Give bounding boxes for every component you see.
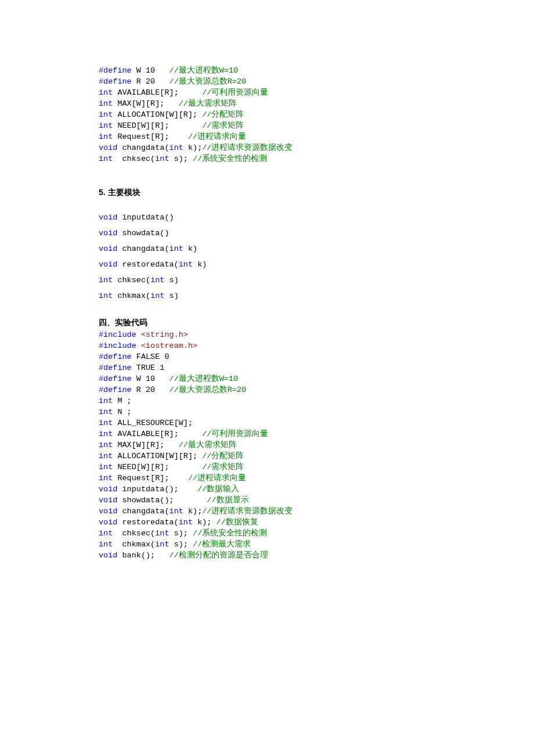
code-token: //进程请求向量 xyxy=(188,132,246,141)
code-token: FALSE 0 xyxy=(132,352,169,361)
code-token: changdata( xyxy=(117,143,169,152)
code-line: void inputdata(); //数据输入 xyxy=(99,484,447,495)
code-token: #define xyxy=(99,386,132,394)
code-token: ALLOCATION[W][R]; xyxy=(113,110,202,119)
code-line: int AVAILABLE[R]; //可利用资源向量 xyxy=(99,87,447,98)
code-token: k); xyxy=(193,518,217,527)
code-line: #define TRUE 1 xyxy=(99,362,447,373)
code-token: NEED[W][R]; xyxy=(113,121,202,130)
code-line: int chkmax(int s); //检测最大需求 xyxy=(99,539,447,550)
code-line: int chksec(int s) xyxy=(99,272,447,288)
code-token: void xyxy=(99,244,117,253)
code-line: int Request[R]; //进程请求向量 xyxy=(99,131,447,142)
code-token: //检测最大需求 xyxy=(193,540,251,549)
code-token: int xyxy=(155,540,169,549)
code-line: void showdata(); //数据显示 xyxy=(99,495,447,506)
code-token: int xyxy=(99,419,113,427)
code-token: int xyxy=(99,408,113,416)
code-line: int chksec(int s); //系统安全性的检测 xyxy=(99,153,447,164)
code-token: #define xyxy=(99,352,132,361)
code-token: //最大进程数W=10 xyxy=(169,375,239,383)
code-token: //可利用资源向量 xyxy=(202,430,268,438)
code-token: int xyxy=(155,154,169,163)
code-token: void xyxy=(99,496,117,505)
code-token: #define xyxy=(99,375,132,383)
code-token: //系统安全性的检测 xyxy=(193,529,267,538)
code-line: #define W 10 //最大进程数W=10 xyxy=(99,373,447,384)
code-token: //检测分配的资源是否合理 xyxy=(169,551,268,560)
code-token: restoredata( xyxy=(117,260,178,269)
code-token: bank(); xyxy=(117,551,169,560)
code-token: int xyxy=(99,540,113,549)
code-line: int N ; xyxy=(99,406,447,417)
code-line: void changdata(int k);//进程请求资源数据改变 xyxy=(99,142,447,153)
code-token: M ; xyxy=(113,397,131,405)
code-token: inputdata(); xyxy=(117,485,197,494)
code-line: int ALL_RESOURCE[W]; xyxy=(99,417,447,429)
code-line: #define W 10 //最大进程数W=10 xyxy=(99,65,447,76)
code-token: int xyxy=(99,291,113,300)
code-token: s); xyxy=(169,540,193,549)
code-token: //可利用资源向量 xyxy=(202,88,268,97)
code-block-1: #define W 10 //最大进程数W=10#define R 20 //最… xyxy=(99,65,447,164)
code-token: chksec( xyxy=(113,276,150,285)
code-token: <string.h> xyxy=(141,330,188,339)
code-token: chkmax( xyxy=(113,291,150,300)
code-token: #define xyxy=(99,363,132,372)
code-line: #include <string.h> xyxy=(99,329,447,340)
code-token: int xyxy=(169,507,183,516)
code-token: int xyxy=(99,110,113,119)
code-token: int xyxy=(99,121,113,130)
code-token: inputdata() xyxy=(117,213,174,222)
code-token: //系统安全性的检测 xyxy=(193,154,267,163)
code-token: #define xyxy=(99,66,132,75)
code-token: int xyxy=(99,154,113,163)
code-token: int xyxy=(179,260,193,269)
code-token: k); xyxy=(183,143,202,152)
code-token: int xyxy=(99,529,113,538)
code-line: #include <iostream.h> xyxy=(99,340,447,351)
code-token: ALL_RESOURCE[W]; xyxy=(113,419,193,427)
code-line: #define R 20 //最大资源总数R=20 xyxy=(99,384,447,395)
code-token: s) xyxy=(164,276,178,285)
code-token: void xyxy=(99,485,117,494)
code-token: //最大资源总数R=20 xyxy=(169,77,247,86)
code-token: //数据恢复 xyxy=(217,518,258,527)
code-token: //进程请求资源数据改变 xyxy=(202,507,293,516)
code-token: ALLOCATION[W][R]; xyxy=(113,452,202,460)
code-line: int Request[R]; //进程请求向量 xyxy=(99,473,447,484)
code-line: int MAX[W][R]; //最大需求矩阵 xyxy=(99,98,447,109)
code-line: void restoredata(int k); //数据恢复 xyxy=(99,517,447,528)
code-line: #define FALSE 0 xyxy=(99,351,447,362)
code-token: k) xyxy=(193,260,207,269)
section-heading-modules: 5. 主要模块 xyxy=(99,188,447,198)
code-line: void changdata(int k);//进程请求资源数据改变 xyxy=(99,506,447,517)
code-token: //分配矩阵 xyxy=(202,452,244,460)
code-token: int xyxy=(99,99,113,108)
code-token: //数据输入 xyxy=(197,485,239,494)
code-token: void xyxy=(99,507,117,516)
code-token: showdata() xyxy=(117,229,169,237)
code-token: int xyxy=(99,276,113,285)
code-token: //需求矩阵 xyxy=(202,463,244,471)
code-token xyxy=(136,330,141,339)
code-token: void xyxy=(99,260,117,269)
code-token: int xyxy=(99,441,113,449)
code-token: void xyxy=(99,518,117,527)
code-token: //进程请求向量 xyxy=(188,474,246,483)
code-token: Request[R]; xyxy=(113,474,188,483)
code-token: W 10 xyxy=(132,66,169,75)
code-line: int ALLOCATION[W][R]; //分配矩阵 xyxy=(99,451,447,462)
code-token: //最大需求矩阵 xyxy=(179,99,237,108)
code-token: changdata( xyxy=(117,244,169,253)
code-token: Request[R]; xyxy=(113,132,188,141)
code-token: N ; xyxy=(113,408,131,416)
code-token: int xyxy=(99,88,113,97)
code-token: <iostream.h> xyxy=(141,341,197,350)
code-token: void xyxy=(99,143,117,152)
code-token: #include xyxy=(99,330,136,339)
code-line: int MAX[W][R]; //最大需求矩阵 xyxy=(99,440,447,451)
code-token: R 20 xyxy=(132,77,169,86)
code-line: int AVAILABLE[R]; //可利用资源向量 xyxy=(99,429,447,440)
code-token: s) xyxy=(164,291,178,300)
